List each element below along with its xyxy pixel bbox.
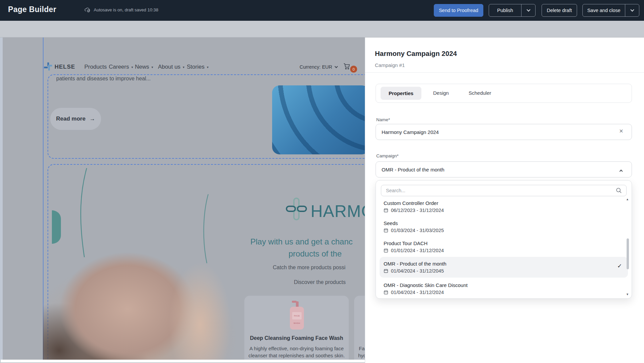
nav-item-careers[interactable]: Careers▾ xyxy=(109,64,133,70)
harmony-headline-1: Play with us and get a chanc xyxy=(250,237,353,246)
cart-count-badge: 0 xyxy=(350,66,357,73)
nav-item-products[interactable]: Products xyxy=(84,64,107,70)
option-title[interactable]: Seeds xyxy=(384,220,398,226)
panel-divider xyxy=(365,72,644,73)
option-title[interactable]: Custom Controller Order xyxy=(384,200,438,206)
search-input[interactable] xyxy=(381,185,626,196)
calendar-icon xyxy=(384,269,388,273)
chevron-down-icon xyxy=(630,8,634,11)
calendar-icon xyxy=(384,228,388,233)
autosave-text: Autosave is on, draft saved 10:38 xyxy=(94,7,158,12)
calendar-icon xyxy=(384,290,388,295)
campaign-select[interactable]: OMR - Product of the month xyxy=(376,161,632,177)
tab-scheduler[interactable]: Scheduler xyxy=(469,90,491,96)
clear-name-icon[interactable]: × xyxy=(619,127,623,135)
option-dates[interactable]: 01/04/2024 - 31/12/2045 xyxy=(384,268,444,274)
option-title[interactable]: Product Tour DACH xyxy=(384,240,427,246)
tab-design[interactable]: Design xyxy=(433,90,449,96)
campaign-select-value: OMR - Product of the month xyxy=(376,167,445,172)
harmony-brand-text: HARMONY xyxy=(311,201,365,222)
campaign-field-label: Campaign* xyxy=(376,153,399,158)
option-dates[interactable]: 01/03/2024 - 31/03/2025 xyxy=(384,228,444,233)
scrollbar-thumb[interactable] xyxy=(627,238,629,269)
nav-item-about-us[interactable]: About us▾ xyxy=(158,64,184,70)
publish-dropdown-toggle[interactable] xyxy=(521,4,535,16)
caret-down-icon: ▾ xyxy=(131,65,133,69)
chevron-down-icon xyxy=(334,65,338,68)
model-photo xyxy=(43,231,244,360)
option-title-selected[interactable]: OMR - Product of the month xyxy=(384,261,447,267)
name-field-label: Name* xyxy=(376,117,390,122)
publish-button[interactable]: Publish xyxy=(489,4,536,17)
save-dropdown-toggle[interactable] xyxy=(625,4,639,16)
calendar-icon xyxy=(384,248,388,253)
helse-logo-icon[interactable] xyxy=(44,62,53,71)
tab-properties[interactable]: Properties xyxy=(381,87,421,100)
helse-logo-text[interactable]: HELSE xyxy=(55,64,75,70)
scroll-up-icon[interactable]: ▲ xyxy=(626,198,629,201)
product-desc-line2: cleanser that replenishes and soothes sk… xyxy=(244,353,349,358)
check-icon: ✓ xyxy=(617,263,622,270)
search-field[interactable] xyxy=(381,185,627,196)
option-dates[interactable]: 01/01/2024 - 31/12/2024 xyxy=(384,248,444,253)
partial-card-text-2: hyd xyxy=(358,353,365,358)
cloud-check-icon xyxy=(84,7,91,13)
harmony-headline-2: products of the xyxy=(289,249,342,259)
nav-item-stories[interactable]: Stories▾ xyxy=(187,64,209,70)
option-title[interactable]: OMR - Diagnostic Skin Care Discount xyxy=(384,282,468,288)
selected-option-highlight xyxy=(380,257,628,278)
caret-down-icon: ▾ xyxy=(207,65,209,69)
hero-image[interactable] xyxy=(272,85,365,154)
scroll-down-icon[interactable]: ▼ xyxy=(626,293,629,296)
name-field[interactable] xyxy=(376,124,632,140)
arrow-right-icon: → xyxy=(89,116,95,122)
bottle-label: FACE WASH xyxy=(292,312,302,319)
chevron-down-icon xyxy=(527,8,530,11)
send-to-proofread-button[interactable]: Send to Proofread xyxy=(434,4,483,17)
harmony-subline-1: Catch the more products possi xyxy=(273,265,345,271)
harmony-subline-2: Discover the products xyxy=(294,279,346,285)
product-desc-line1: A highly effective, non-drying foaming f… xyxy=(244,346,349,351)
name-input[interactable] xyxy=(376,125,610,139)
cart-icon[interactable] xyxy=(343,62,351,70)
search-icon xyxy=(616,188,622,194)
caret-down-icon: ▾ xyxy=(183,65,184,69)
currency-selector[interactable]: Currency: EUR xyxy=(300,64,337,70)
calendar-icon xyxy=(384,208,388,213)
save-and-close-button[interactable]: Save and close xyxy=(582,4,639,17)
canvas-left-strip xyxy=(0,38,3,360)
nav-item-news[interactable]: News▾ xyxy=(135,64,153,70)
caret-down-icon: ▾ xyxy=(152,65,153,69)
panel-title: Harmony Campaign 2024 xyxy=(375,50,457,58)
harmony-logo-icon xyxy=(286,198,307,220)
campaign-dropdown xyxy=(376,180,632,299)
page-builder-window: Page Builder Autosave is on, draft saved… xyxy=(0,0,644,363)
builder-toolbar: Helse Corp. https://master-7rqtwti-segx4… xyxy=(0,21,644,38)
read-more-button[interactable]: Read more → xyxy=(50,108,101,130)
panel-subtitle: Campaign #1 xyxy=(375,62,405,68)
app-title: Page Builder xyxy=(8,5,56,14)
option-dates[interactable]: 01/04/2024 - 31/12/2024 xyxy=(384,290,444,295)
site-preview-canvas[interactable]: HELSE Products Careers▾ News▾ About us▾ … xyxy=(0,38,365,360)
app-header: Page Builder Autosave is on, draft saved… xyxy=(0,0,644,21)
autosave-status: Autosave is on, draft saved 10:38 xyxy=(84,7,158,13)
option-dates[interactable]: 06/12/2023 - 31/12/2024 xyxy=(384,208,444,213)
hero-teaser-text: patients and diseases to improve heal... xyxy=(56,76,151,82)
product-title: Deep Cleansing Foaming Face Wash xyxy=(244,335,349,341)
partial-card-text-1: Fac xyxy=(359,346,365,351)
delete-draft-button[interactable]: Delete draft xyxy=(542,4,577,17)
